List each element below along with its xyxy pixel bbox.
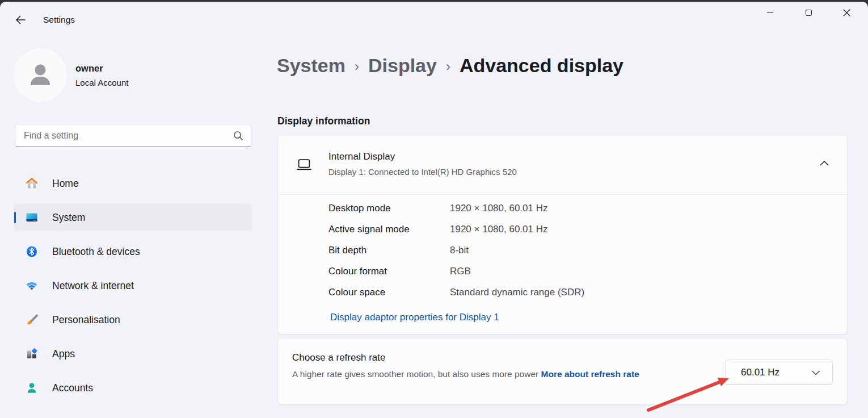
detail-row: Desktop mode 1920 × 1080, 60.01 Hz [328,203,584,224]
titlebar: Settings [0,2,868,29]
refresh-rate-description-text: A higher rate gives smoother motion, but… [292,369,538,379]
network-icon [25,279,39,292]
breadcrumb-system[interactable]: System [277,55,345,77]
chevron-up-icon[interactable] [819,159,830,167]
sidebar-item-personalisation[interactable]: Personalisation [14,306,252,333]
maximize-button[interactable] [795,3,821,22]
minimize-button[interactable] [757,3,783,22]
home-icon [25,177,39,190]
detail-row: Bit depth 8-bit [328,245,584,266]
section-title: Display information [277,115,370,127]
display-details: Desktop mode 1920 × 1080, 60.01 Hz Activ… [328,203,584,308]
settings-window: Settings owner Local Account [0,2,868,418]
display-adaptor-properties-link[interactable]: Display adaptor properties for Display 1 [330,312,499,323]
refresh-rate-value: 60.01 Hz [741,367,779,378]
display-card-title: Internal Display [328,151,395,162]
sidebar-item-home[interactable]: Home [14,170,252,197]
close-button[interactable] [833,3,859,22]
sidebar-item-system[interactable]: System [14,204,252,231]
breadcrumb-separator: › [446,56,450,74]
maximize-icon [806,10,812,16]
refresh-rate-card: Choose a refresh rate A higher rate give… [277,338,848,405]
personalisation-icon [25,313,39,327]
refresh-rate-dropdown[interactable]: 60.01 Hz [725,360,833,385]
back-button[interactable] [11,11,30,29]
display-info-card: Internal Display Display 1: Connected to… [277,135,848,335]
chevron-down-icon [811,369,821,377]
bluetooth-icon [25,245,39,258]
page-title: Advanced display [460,55,623,77]
app-title: Settings [43,15,75,25]
avatar [14,48,67,102]
sidebar-item-label: Bluetooth & devices [52,246,140,258]
minimize-icon [767,12,773,13]
selected-indicator [14,212,16,223]
breadcrumb-separator: › [355,56,359,74]
card-divider [278,194,847,195]
user-account-card[interactable]: owner Local Account [14,48,184,103]
system-icon [25,211,39,224]
sidebar-item-label: System [52,212,85,224]
detail-row: Colour format RGB [328,266,584,287]
sidebar-item-label: Home [52,178,79,190]
sidebar-item-apps[interactable]: Apps [14,340,252,367]
breadcrumb-display[interactable]: Display [368,55,437,77]
sidebar-nav: Home System Bluetooth & device [14,170,252,408]
person-icon [26,60,55,90]
refresh-rate-description: A higher rate gives smoother motion, but… [292,367,647,381]
apps-icon [25,347,39,361]
display-info-expander-header[interactable]: Internal Display Display 1: Connected to… [278,135,847,194]
back-arrow-icon [15,14,26,26]
sidebar-item-bluetooth-devices[interactable]: Bluetooth & devices [14,238,252,265]
display-card-subtitle: Display 1: Connected to Intel(R) HD Grap… [328,167,517,177]
more-about-refresh-rate-link[interactable]: More about refresh rate [541,369,639,379]
detail-row: Active signal mode 1920 × 1080, 60.01 Hz [328,224,584,245]
search-box [15,124,251,147]
sidebar-item-label: Personalisation [52,314,120,326]
detail-row: Colour space Standard dynamic range (SDR… [328,287,584,308]
sidebar-item-label: Apps [52,348,75,360]
user-name: owner [75,63,103,74]
close-icon [843,9,850,16]
sidebar-item-accounts[interactable]: Accounts [14,374,252,402]
sidebar-item-network-internet[interactable]: Network & internet [14,272,252,299]
accounts-icon [25,381,39,395]
search-icon [233,131,243,141]
monitor-icon [296,157,313,173]
sidebar-item-label: Accounts [52,382,93,394]
refresh-rate-title: Choose a refresh rate [292,352,385,363]
search-input[interactable] [15,124,251,147]
breadcrumb: System › Display › Advanced display [277,52,623,78]
sidebar-item-label: Network & internet [52,280,134,292]
user-account-type: Local Account [75,78,128,87]
